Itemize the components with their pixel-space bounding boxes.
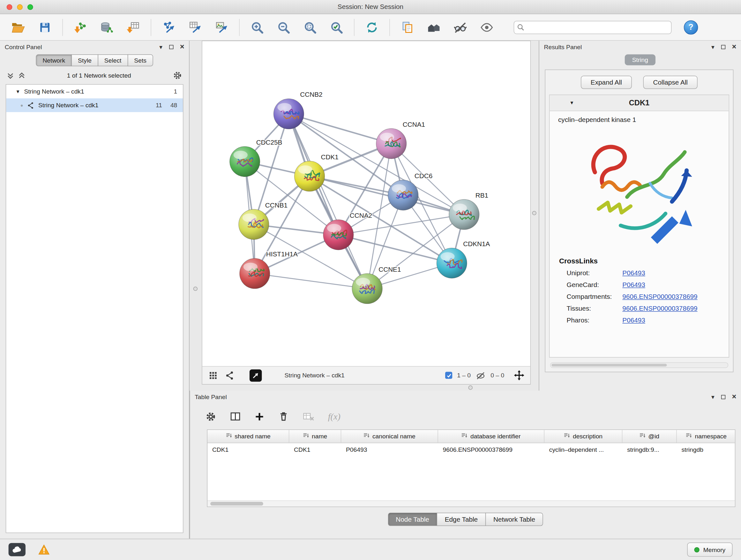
tab-network-table[interactable]: Network Table bbox=[485, 513, 543, 526]
close-panel-icon[interactable]: × bbox=[732, 43, 736, 51]
table-settings-gear-icon[interactable] bbox=[205, 411, 217, 422]
vertical-splitter-handle[interactable] bbox=[193, 287, 198, 291]
network-node-CCNB2[interactable]: CCNB2 bbox=[273, 91, 322, 129]
network-node-HIST1H1A[interactable]: HIST1H1A bbox=[240, 250, 298, 289]
cloud-button[interactable] bbox=[9, 543, 25, 556]
tab-node-table[interactable]: Node Table bbox=[388, 513, 437, 526]
network-node-RB1[interactable]: RB1 bbox=[449, 192, 488, 230]
help-button[interactable]: ? bbox=[684, 20, 698, 34]
network-row-selected[interactable]: ● String Network – cdk1 11 48 bbox=[6, 98, 183, 112]
network-canvas[interactable]: CCNB2CCNA1CDC25BCDK1CDC6RB1CCNB1CCNA2CDK… bbox=[202, 41, 530, 366]
string-home-button[interactable] bbox=[423, 17, 445, 38]
network-title: String Network – cdk1 bbox=[285, 372, 345, 379]
control-panel-tabs: NetworkStyleSelectSets bbox=[0, 53, 189, 69]
function-builder-fx: f(x) bbox=[328, 412, 340, 422]
results-scrollbar[interactable] bbox=[550, 362, 728, 368]
birdseye-grid-icon[interactable] bbox=[208, 370, 219, 381]
close-panel-icon[interactable]: × bbox=[732, 393, 736, 401]
tree-disclosure-icon[interactable]: ▼ bbox=[16, 89, 20, 94]
node-label: CDC25B bbox=[256, 138, 282, 146]
collapse-panel-icon[interactable]: ▾ bbox=[711, 394, 715, 400]
selected-checkbox[interactable] bbox=[445, 372, 452, 379]
export-table-button[interactable] bbox=[185, 17, 206, 38]
tab-sets[interactable]: Sets bbox=[128, 54, 153, 66]
show-columns-icon[interactable] bbox=[230, 411, 241, 422]
export-image-button[interactable] bbox=[211, 17, 232, 38]
save-session-button[interactable] bbox=[34, 17, 56, 38]
crosslink-value-link[interactable]: P06493 bbox=[622, 269, 645, 277]
memory-button[interactable]: Memory bbox=[687, 543, 732, 557]
crosslink-value-link[interactable]: P06493 bbox=[622, 316, 645, 324]
table-row[interactable]: CDK1CDK1P064939606.ENSP00000378699cyclin… bbox=[207, 443, 735, 456]
expand-all-icon[interactable] bbox=[18, 71, 25, 79]
copy-document-button[interactable] bbox=[396, 17, 418, 38]
network-node-CCNB1[interactable]: CCNB1 bbox=[239, 201, 287, 240]
pan-crosshair-icon[interactable] bbox=[514, 370, 525, 381]
hide-glasses-button[interactable] bbox=[449, 17, 471, 38]
column-sort-icon bbox=[363, 433, 369, 440]
search-input[interactable] bbox=[514, 20, 672, 34]
zoom-selected-button[interactable] bbox=[326, 17, 347, 38]
network-node-CCNA1[interactable]: CCNA1 bbox=[376, 121, 425, 159]
column-header-label: database identifier bbox=[470, 433, 521, 440]
column-header-shared-name[interactable]: shared name bbox=[207, 430, 289, 443]
tab-string[interactable]: String bbox=[624, 54, 656, 65]
search-icon bbox=[517, 23, 525, 31]
column-header-description[interactable]: description bbox=[544, 430, 622, 443]
float-panel-icon[interactable] bbox=[169, 45, 173, 49]
tab-network[interactable]: Network bbox=[36, 54, 72, 66]
crosslink-value-link[interactable]: 9606.ENSP00000378699 bbox=[622, 293, 697, 300]
collapse-panel-icon[interactable]: ▾ bbox=[711, 44, 715, 50]
tab-edge-table[interactable]: Edge Table bbox=[437, 513, 486, 526]
table-horizontal-scrollbar[interactable] bbox=[207, 500, 735, 506]
delete-column-trash-icon[interactable] bbox=[278, 411, 289, 422]
column-header-canonical-name[interactable]: canonical name bbox=[341, 430, 438, 443]
export-network-icon bbox=[162, 20, 175, 34]
column-header-label: canonical name bbox=[373, 433, 415, 440]
share-network-icon[interactable] bbox=[225, 371, 234, 380]
add-column-icon[interactable] bbox=[254, 412, 265, 422]
network-collection-row[interactable]: ▼ String Network – cdk1 1 bbox=[6, 84, 183, 98]
crosslink-value-link[interactable]: P06493 bbox=[622, 281, 645, 289]
tab-select[interactable]: Select bbox=[98, 54, 128, 66]
close-panel-icon[interactable]: × bbox=[180, 43, 185, 51]
column-header-name[interactable]: name bbox=[289, 430, 341, 443]
details-disclosure-icon[interactable]: ▼ bbox=[569, 100, 574, 105]
float-panel-icon[interactable] bbox=[721, 395, 725, 399]
collapse-all-button[interactable]: Collapse All bbox=[643, 76, 698, 89]
column-header-database-identifier[interactable]: database identifier bbox=[438, 430, 544, 443]
open-session-button[interactable] bbox=[8, 17, 29, 38]
zoom-in-button[interactable] bbox=[246, 17, 268, 38]
table-cell: CDK1 bbox=[207, 443, 289, 456]
vertical-splitter-handle[interactable] bbox=[532, 211, 536, 215]
show-eye-button[interactable] bbox=[476, 17, 497, 38]
horizontal-splitter-handle[interactable] bbox=[468, 385, 473, 389]
hidden-eye-slash-icon[interactable] bbox=[475, 371, 486, 380]
gear-icon[interactable] bbox=[173, 71, 183, 80]
node-details-header[interactable]: ▼ CDK1 bbox=[549, 95, 729, 111]
export-network-button[interactable] bbox=[158, 17, 180, 38]
warning-button[interactable] bbox=[38, 544, 50, 556]
expand-all-button[interactable]: Expand All bbox=[581, 76, 632, 89]
crosslink-value-link[interactable]: 9606.ENSP00000378699 bbox=[622, 305, 697, 312]
results-panel: Results Panel ▾ × String Expand All Coll… bbox=[539, 41, 741, 390]
network-node-CDK1[interactable]: CDK1 bbox=[294, 153, 339, 192]
zoom-out-button[interactable] bbox=[273, 17, 294, 38]
column-header-@id[interactable]: @id bbox=[622, 430, 677, 443]
collapse-panel-icon[interactable]: ▾ bbox=[159, 44, 162, 50]
collapse-all-icon[interactable] bbox=[7, 71, 14, 79]
zoom-fit-button[interactable] bbox=[299, 17, 321, 38]
protein-structure-image bbox=[580, 128, 698, 252]
column-header-namespace[interactable]: namespace bbox=[677, 430, 736, 443]
tab-style[interactable]: Style bbox=[71, 54, 98, 66]
import-network-database-button[interactable] bbox=[96, 17, 118, 38]
column-header-label: shared name bbox=[234, 433, 270, 440]
open-in-browser-button[interactable] bbox=[250, 369, 262, 381]
float-panel-icon[interactable] bbox=[721, 45, 725, 49]
import-table-button[interactable] bbox=[123, 17, 144, 38]
import-network-file-button[interactable] bbox=[70, 17, 91, 38]
network-selection-row: 1 of 1 Network selected bbox=[0, 69, 189, 84]
apply-layout-button[interactable] bbox=[361, 17, 383, 38]
network-node-CDKN1A[interactable]: CDKN1A bbox=[436, 240, 490, 278]
crosslink-row: Tissues:9606.ENSP00000378699 bbox=[559, 305, 719, 312]
